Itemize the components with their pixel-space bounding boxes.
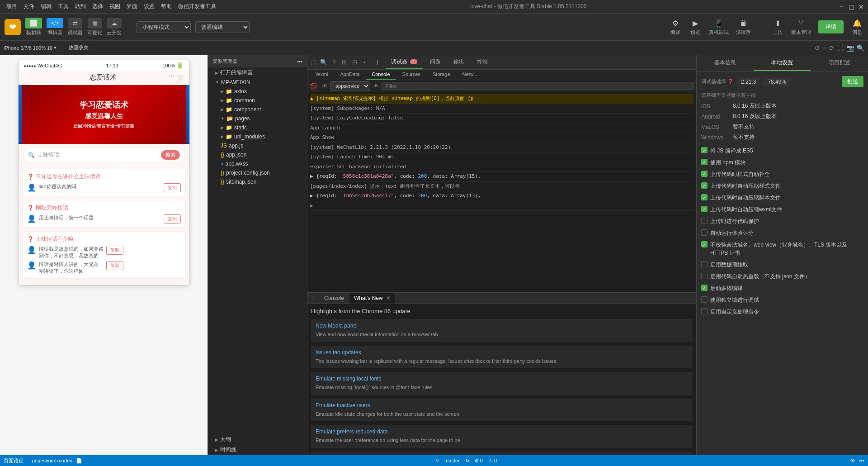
file-appwxss[interactable]: ≈ app.wxss	[208, 159, 307, 168]
right-tab-localsettings[interactable]: 本地设置	[754, 55, 811, 71]
service-select[interactable]: appservice	[330, 81, 370, 90]
tab-issues[interactable]: 问题	[425, 55, 446, 69]
whatsnew-close-icon[interactable]: ✕	[386, 295, 391, 301]
file-projectconfig[interactable]: {} project.config.json	[208, 168, 307, 177]
menu-视图[interactable]: 视图	[107, 2, 123, 11]
minimize-button[interactable]: －	[838, 4, 844, 10]
bottom-tab-whatsnew[interactable]: What's New ✕	[349, 293, 395, 304]
message-button-group[interactable]: 🔔 消息	[851, 18, 863, 36]
inner-tab-network[interactable]: Netw...	[457, 70, 483, 80]
checkbox-1[interactable]: ✓	[701, 159, 708, 165]
checkbox-9[interactable]	[701, 261, 708, 267]
file-appjs[interactable]: JS app.js	[208, 141, 307, 150]
checkbox-4[interactable]: ✓	[701, 194, 708, 200]
file-sitemap[interactable]: {} sitemap.json	[208, 177, 307, 186]
checkbox-6[interactable]	[701, 218, 708, 224]
menu-编辑[interactable]: 编辑	[38, 2, 54, 11]
nav-record-icon[interactable]: ⊙	[178, 73, 184, 82]
inner-tab-appdata[interactable]: AppData	[335, 70, 365, 80]
checkbox-11[interactable]: ✓	[701, 285, 708, 291]
filter-input[interactable]	[382, 82, 693, 90]
right-tab-basicinfo[interactable]: 基本信息	[697, 55, 754, 71]
help-icon[interactable]: ❓	[727, 79, 734, 84]
inner-tab-storage[interactable]: Storage	[427, 70, 456, 80]
folder-static[interactable]: ▶ 📁 static	[208, 123, 307, 132]
copy-button[interactable]: 复制	[164, 183, 181, 192]
cloud-button[interactable]: ☁	[107, 18, 122, 29]
editor-button[interactable]: </>	[47, 18, 63, 28]
bottom-tab-console[interactable]: Console	[320, 293, 349, 304]
tab-debugger[interactable]: 调试器 1	[386, 55, 423, 69]
copy-button-3a[interactable]: 复制	[106, 246, 123, 255]
checkbox-10[interactable]	[701, 273, 708, 279]
inner-tab-console[interactable]: Console	[366, 70, 395, 80]
close-button[interactable]: ✕	[858, 4, 864, 10]
section-timeline[interactable]: ▶ 时间线	[208, 445, 307, 455]
file-appjson[interactable]: {} app.json	[208, 150, 307, 159]
menu-文件[interactable]: 文件	[21, 2, 37, 11]
preview-button-group: ▶ 预览	[689, 18, 702, 36]
push-button[interactable]: 推送	[842, 76, 863, 87]
detail-button-group[interactable]: 详情	[818, 20, 844, 33]
bottom-tab-icon[interactable]: ⋮	[310, 295, 316, 302]
checkbox-7[interactable]	[701, 229, 708, 236]
menu-项目[interactable]: 项目	[4, 2, 20, 11]
simulator-button[interactable]: ⬜	[25, 18, 42, 29]
filetree-more-icon[interactable]: •••	[297, 59, 302, 64]
rotate-icon[interactable]: ⟳	[829, 44, 835, 52]
compile-mode-select[interactable]: 普通编译	[195, 21, 250, 33]
folder-axios[interactable]: ▶ 📁 axios	[208, 87, 307, 96]
checkbox-5[interactable]: ✓	[701, 206, 708, 212]
checkbox-3[interactable]: ✓	[701, 182, 708, 189]
checkbox-2[interactable]: ✓	[701, 171, 708, 177]
checkbox-13[interactable]	[701, 308, 708, 314]
eye-icon[interactable]: 👁	[373, 83, 379, 90]
search-button[interactable]: 搜索	[161, 150, 180, 160]
console-eye-icon[interactable]: 👁	[322, 83, 328, 90]
whats-new-title-3: Emulate inactive users	[316, 402, 688, 409]
menu-转到[interactable]: 转到	[72, 2, 89, 11]
device-selector[interactable]: iPhone 6/7/8 100% 16 ▾	[4, 45, 57, 51]
section-outline[interactable]: ▶ 大纲	[208, 434, 307, 445]
status-more-icon[interactable]: •••	[859, 458, 864, 463]
inspect-icon[interactable]: 🔍	[857, 44, 864, 52]
menu-devtools[interactable]: 微信开发者工具	[175, 2, 219, 11]
console-clear-icon[interactable]: 🚫	[310, 83, 317, 90]
tab-terminal[interactable]: 终端	[472, 55, 493, 69]
checkbox-8[interactable]: ✓	[701, 241, 708, 247]
refresh-icon[interactable]: ↺	[815, 44, 820, 52]
inner-tab-wxml[interactable]: Wxml	[310, 70, 334, 80]
folder-uni-modules[interactable]: ▶ 📁 uni_modules	[208, 132, 307, 141]
detail-button[interactable]: 详情	[818, 20, 844, 33]
debugger-button[interactable]: ⇄	[68, 18, 82, 29]
inner-tab-sources[interactable]: Sources	[397, 70, 426, 80]
folder-common[interactable]: ▶ 📁 common	[208, 96, 307, 105]
version-mgr-button-group[interactable]: ⑂ 版本管理	[791, 18, 811, 36]
menu-工具[interactable]: 工具	[55, 2, 71, 11]
status-view-icon[interactable]: 👁	[850, 458, 855, 463]
menu-界面[interactable]: 界面	[124, 2, 140, 11]
tab-output[interactable]: 输出	[448, 55, 470, 69]
visualize-button[interactable]: ▦	[88, 18, 102, 29]
menu-选择[interactable]: 选择	[90, 2, 106, 11]
section-open-editors[interactable]: ▶ 打开的编辑器	[208, 67, 307, 78]
copy-button-2[interactable]: 复制	[164, 214, 181, 223]
menu-帮助[interactable]: 帮助	[158, 2, 175, 11]
menu-设置[interactable]: 设置	[141, 2, 157, 11]
right-tab-projectconfig[interactable]: 项目配置	[811, 55, 868, 71]
maximize-button[interactable]: ▢	[848, 4, 854, 10]
checkbox-0[interactable]: ✓	[701, 147, 708, 153]
copy-button-3b[interactable]: 复制	[106, 261, 123, 270]
hot-reload-toggle[interactable]: 热重载关	[69, 44, 89, 51]
checkbox-12[interactable]	[701, 296, 708, 303]
fullscreen-icon[interactable]: ⛶	[837, 44, 844, 52]
home-icon[interactable]: ⌂	[823, 44, 826, 52]
folder-pages[interactable]: ▼ 📂 pages	[208, 114, 307, 123]
nav-dots-icon[interactable]: •••	[169, 73, 175, 82]
section-mp-weixin[interactable]: ▼ MP-WEIXIN	[208, 78, 307, 87]
miniprogram-mode-select[interactable]: 小程序模式	[137, 21, 191, 33]
folder-component[interactable]: ▶ 📁 component	[208, 105, 307, 114]
checkbox-label-13: 启用自定义处理命令	[710, 308, 863, 316]
screenshot-icon[interactable]: 📷	[846, 44, 854, 52]
upload-button-group[interactable]: ⬆ 上传	[771, 18, 784, 36]
